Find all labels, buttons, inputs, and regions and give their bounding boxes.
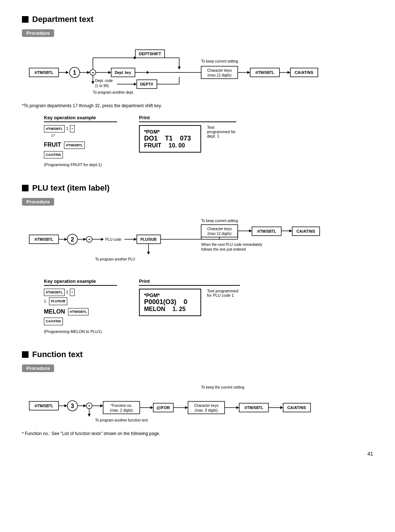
svg-text:DEPT#: DEPT# <box>140 82 153 86</box>
svg-marker-41 <box>247 71 250 74</box>
svg-text:(1 to 99): (1 to 99) <box>95 84 109 88</box>
svg-text:CA/AT/NS: CA/AT/NS <box>296 229 315 233</box>
func-title-text: Function text <box>32 350 83 359</box>
procedure-badge-3: Procedure <box>22 364 54 372</box>
do-mid: T1 <box>165 135 173 142</box>
svg-text:•: • <box>92 70 94 75</box>
svg-text:Dept. key: Dept. key <box>115 71 131 75</box>
plu-print-line1: P0001(O3) 0 <box>144 298 196 306</box>
fruit-line-1: FRUIT 10. 00 <box>144 142 196 149</box>
svg-text:Character keys: Character keys <box>194 404 218 408</box>
svg-marker-22 <box>91 81 94 84</box>
plu-title-text: PLU text (item label) <box>32 183 109 193</box>
svg-marker-118 <box>280 406 283 409</box>
pgm-line-2: *PGM* <box>144 292 196 298</box>
svg-text:Dept. code: Dept. code <box>95 79 113 83</box>
do-right: 073 <box>180 135 191 142</box>
flow-diagram-3: To keep the current setting #/TM/SBTL 3 … <box>22 380 373 427</box>
procedure-badge-2: Procedure <box>22 198 54 206</box>
key-row-3: CA/AT/NS <box>44 151 117 158</box>
fruit-price: 10. 00 <box>169 142 185 149</box>
svg-marker-34 <box>147 71 150 74</box>
key-row-plu-3: MELON #/TM/SBTL <box>44 307 117 317</box>
section-function-text: Function text Procedure To keep the curr… <box>22 350 373 436</box>
svg-marker-109 <box>185 406 188 409</box>
svg-marker-10 <box>87 71 90 74</box>
print-title-1: Print <box>139 115 236 122</box>
svg-marker-26 <box>134 83 137 86</box>
section-plu-text: PLU text (item label) Procedure To keep … <box>22 183 373 335</box>
key-box-caans-plu: CA/AT/NS <box>44 318 63 325</box>
procedure-badge-1: Procedure <box>22 29 54 37</box>
fruit-name: FRUIT <box>144 142 161 149</box>
svg-marker-114 <box>236 406 239 409</box>
svg-marker-123 <box>88 414 91 417</box>
section-dept-text: Department text Procedure DEPTSHIFT * #/… <box>22 15 373 169</box>
svg-marker-64 <box>134 238 137 241</box>
key-row-2: FRUIT #/TM/SBTL <box>44 140 117 150</box>
svg-text:#/TM/SBTL: #/TM/SBTL <box>34 71 53 75</box>
svg-text:DEPTSHIFT: DEPTSHIFT <box>139 52 161 56</box>
section-title-dept: Department text <box>22 15 373 24</box>
svg-text:CA/AT/NS: CA/AT/NS <box>287 405 306 410</box>
svg-text:3: 3 <box>71 403 74 409</box>
section-title-plu: PLU text (item label) <box>22 183 373 193</box>
melon-name: MELON <box>144 306 165 312</box>
key-box-tmstbl-1: #/TM/SBTL <box>44 125 65 132</box>
melon-print-line: MELON 1. 25 <box>144 306 196 312</box>
key-1: 1 <box>66 125 68 132</box>
svg-text:•: • <box>89 237 90 242</box>
dept-num: 17 <box>51 132 117 138</box>
svg-text:CA/AT/NS: CA/AT/NS <box>294 70 313 75</box>
print-title-2: Print <box>139 278 240 286</box>
key-op-title-2: Key operation example <box>44 278 117 286</box>
key-box-tmstbl-plu2: #/TM/SBTL <box>68 308 89 315</box>
svg-text:To keep current setting: To keep current setting <box>201 219 238 223</box>
svg-text:1: 1 <box>73 70 76 76</box>
footnote-func: * Function no.: See "List of function te… <box>22 431 373 436</box>
key-op-title-1: Key operation example <box>44 115 117 122</box>
svg-text:#/TM/SBTL: #/TM/SBTL <box>255 71 274 75</box>
examples-row-2: Key operation example #/TM/SBTL 2 • 1 PL… <box>44 278 373 335</box>
svg-text:•: • <box>89 403 90 409</box>
melon-price: 1. 25 <box>173 306 186 312</box>
key-op-content-1: #/TM/SBTL 1 • 17 FRUIT #/TM/SBTL CA/AT/N… <box>44 125 117 169</box>
svg-marker-73 <box>249 229 252 232</box>
flow-svg-1: DEPTSHIFT * #/TM/SBTL 1 • <box>22 48 362 95</box>
key-row-plu-1: #/TM/SBTL 2 • <box>44 289 117 296</box>
do-line-1: DO1 T1 073 <box>144 135 196 142</box>
svg-text:follows the one just entered: follows the one just entered <box>201 247 246 251</box>
svg-marker-6 <box>66 71 69 74</box>
print-note-2: Text programmed for PLU code 1 <box>207 289 240 297</box>
svg-text:(max.12 digits): (max.12 digits) <box>207 73 232 77</box>
svg-text:#/TM/SBTL: #/TM/SBTL <box>34 237 53 241</box>
svg-text:#/TM/SBTL: #/TM/SBTL <box>257 229 276 233</box>
key-op-caption-1: (Programming FRUIT for dept.1) <box>44 161 117 169</box>
melon-label: MELON <box>44 307 65 317</box>
svg-marker-18 <box>178 67 181 70</box>
dept-title-text: Department text <box>32 15 93 24</box>
key-box-caans: CA/AT/NS <box>44 151 63 158</box>
svg-marker-96 <box>83 404 86 407</box>
svg-text:2: 2 <box>71 236 74 243</box>
svg-text:Character keys: Character keys <box>207 227 232 231</box>
print-box-1: *PGM* DO1 T1 073 FRUIT 10. 00 <box>139 125 201 153</box>
key-2: 2 <box>66 289 68 296</box>
svg-text:Character keys: Character keys <box>207 68 232 72</box>
print-box-2: *PGM* P0001(O3) 0 MELON 1. 25 <box>139 289 201 316</box>
key-op-col-1: Key operation example #/TM/SBTL 1 • 17 F… <box>44 115 117 169</box>
print-note-1: Text programmed for dept. 1 <box>207 125 236 138</box>
key-row-plu-2: 1 PLU/SUB <box>44 297 117 305</box>
key-op-caption-2: (Programming MELON to PLU1) <box>44 328 117 336</box>
do-left: DO1 <box>144 135 158 142</box>
print-col-2: Print *PGM* P0001(O3) 0 MELON 1. 25 Text… <box>139 278 240 335</box>
plu-code-print: P0001(O3) <box>144 298 176 306</box>
svg-text:(max. 8 digits): (max. 8 digits) <box>195 408 218 412</box>
footnote-dept: *To program departments 17 through 32, p… <box>22 103 373 108</box>
svg-marker-92 <box>64 404 67 407</box>
svg-text:#/TM/SBTL: #/TM/SBTL <box>34 404 53 408</box>
print-area-1: *PGM* DO1 T1 073 FRUIT 10. 00 Text progr… <box>139 125 236 153</box>
svg-marker-20 <box>108 71 111 74</box>
svg-marker-86 <box>147 252 150 255</box>
plu-1: 1 <box>44 298 46 305</box>
